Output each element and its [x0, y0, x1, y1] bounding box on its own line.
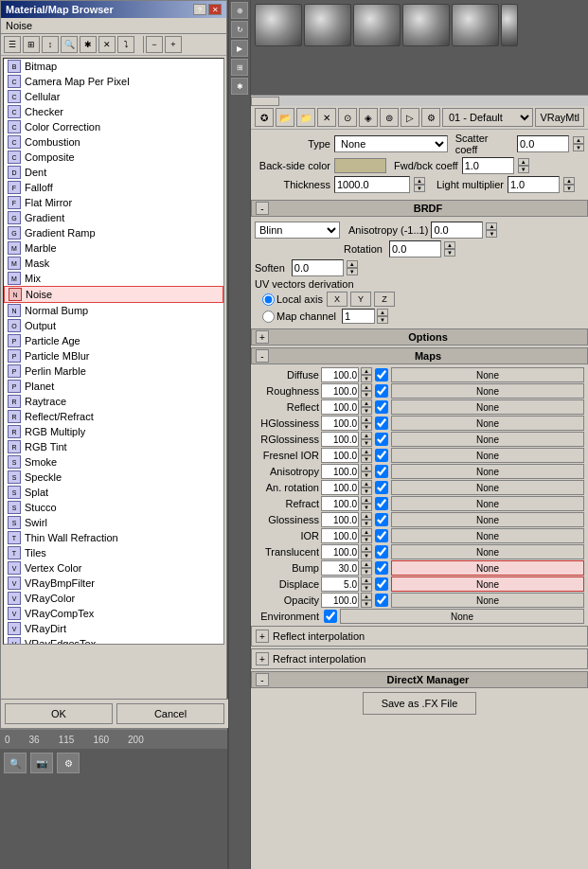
browser-item-particle-age[interactable]: PParticle Age [4, 333, 223, 348]
browser-item-falloff[interactable]: FFalloff [4, 180, 223, 195]
brdf-header[interactable]: - BRDF [251, 200, 588, 217]
map-spin-up-11[interactable]: ▲ [361, 544, 372, 552]
local-axis-radio[interactable] [262, 293, 275, 306]
map-check-1[interactable] [375, 384, 388, 398]
map-value-input-5[interactable] [321, 448, 359, 463]
map-check-14[interactable] [375, 594, 388, 607]
browser-item-planet[interactable]: PPlanet [4, 379, 223, 394]
texture-ball-1[interactable] [255, 4, 302, 46]
local-axis-option[interactable]: Local axis X Y Z [262, 292, 395, 307]
map-check-10[interactable] [375, 529, 388, 542]
map-none-btn-9[interactable]: None [391, 512, 584, 527]
video-btn[interactable]: ▷ [401, 108, 419, 127]
browser-item-dent[interactable]: DDent [4, 165, 223, 180]
scatter-value[interactable] [517, 135, 569, 152]
thickness-spinner[interactable]: ▲ ▼ [414, 177, 425, 192]
map-spin-up-4[interactable]: ▲ [361, 432, 372, 439]
lightmult-down[interactable]: ▼ [563, 185, 575, 192]
browser-item-smoke[interactable]: SSmoke [4, 454, 223, 470]
maps-header[interactable]: - Maps [251, 347, 588, 364]
map-spin-up-5[interactable]: ▲ [361, 448, 372, 455]
browser-item-reflect-refract[interactable]: RReflect/Refract [4, 409, 223, 424]
y-axis-btn[interactable]: Y [350, 292, 371, 307]
browser-item-marble[interactable]: MMarble [4, 240, 223, 256]
map-spin-down-1[interactable]: ▼ [361, 391, 372, 399]
map-none-btn-6[interactable]: None [391, 464, 584, 479]
reflect-interp-btn[interactable]: + Reflect interpolation [251, 626, 588, 647]
aniso-up[interactable]: ▲ [486, 222, 497, 230]
thickness-value[interactable] [334, 176, 410, 193]
thickness-up[interactable]: ▲ [414, 177, 425, 185]
zoom-in-button[interactable]: + [165, 36, 182, 53]
aniso-down[interactable]: ▼ [486, 230, 497, 238]
map-check-6[interactable] [375, 465, 388, 478]
map-none-btn-8[interactable]: None [391, 496, 584, 511]
map-value-input-8[interactable] [321, 496, 359, 511]
browser-item-splat[interactable]: SSplat [4, 485, 223, 500]
rot-down[interactable]: ▼ [444, 249, 455, 257]
browser-item-tiles[interactable]: TTiles [4, 545, 223, 560]
timeline-icon-btn[interactable]: 🔍 [4, 753, 27, 773]
lightmult-up[interactable]: ▲ [563, 177, 575, 185]
browser-item-camera-map-per-pixel[interactable]: CCamera Map Per Pixel [4, 74, 223, 89]
map-none-btn-0[interactable]: None [391, 367, 584, 382]
map-check-4[interactable] [375, 433, 388, 446]
map-spin-up-1[interactable]: ▲ [361, 383, 372, 391]
browser-item-vraydirt[interactable]: VVRayDirt [4, 621, 223, 636]
cancel-button[interactable]: Cancel [116, 703, 224, 724]
timeline-cam-btn[interactable]: 📷 [30, 753, 53, 773]
lightmult-spinner[interactable]: ▲ ▼ [563, 177, 575, 192]
map-spin-down-11[interactable]: ▼ [361, 552, 372, 559]
map-spin-down-5[interactable]: ▼ [361, 455, 372, 463]
list-view-button[interactable]: ☰ [4, 36, 21, 53]
material-preset-select[interactable]: 01 - Default [442, 108, 533, 127]
map-value-input-10[interactable] [321, 528, 359, 543]
browser-item-mix[interactable]: MMix [4, 271, 223, 286]
map-none-btn-3[interactable]: None [391, 416, 584, 431]
browser-item-normal-bump[interactable]: NNormal Bump [4, 303, 223, 318]
show-map-btn[interactable]: ◈ [359, 108, 378, 127]
put-material-btn[interactable]: 📁 [296, 108, 315, 127]
browser-item-stucco[interactable]: SStucco [4, 500, 223, 515]
map-spin-down-7[interactable]: ▼ [361, 488, 372, 495]
map-value-input-14[interactable] [321, 593, 359, 608]
scatter-spinner[interactable]: ▲ ▼ [573, 136, 584, 151]
map-value-input-9[interactable] [321, 512, 359, 527]
browser-item-rgb-tint[interactable]: RRGB Tint [4, 439, 223, 454]
browser-item-vraycolor[interactable]: VVRayColor [4, 591, 223, 606]
map-spin-down-3[interactable]: ▼ [361, 423, 372, 431]
map-spin-down-14[interactable]: ▼ [361, 600, 372, 608]
browser-item-vraycomptex[interactable]: VVRayCompTex [4, 606, 223, 621]
reset-btn[interactable]: ✕ [317, 108, 336, 127]
map-none-btn-15[interactable]: None [340, 609, 584, 624]
anisotropy-spinner[interactable]: ▲ ▼ [486, 222, 497, 238]
grid-view-button[interactable]: ⊞ [23, 36, 40, 53]
soften-value[interactable] [292, 259, 344, 276]
options-toggle[interactable]: + [256, 330, 269, 344]
map-check-8[interactable] [375, 497, 388, 510]
map-spin-up-9[interactable]: ▲ [361, 512, 372, 520]
browser-item-vertex-color[interactable]: VVertex Color [4, 560, 223, 576]
side-icon-4[interactable]: ⊞ [231, 59, 248, 76]
map-none-btn-13[interactable]: None [391, 576, 584, 592]
browser-item-flat-mirror[interactable]: FFlat Mirror [4, 195, 223, 210]
timeline-gear-btn[interactable]: ⚙ [57, 753, 80, 773]
map-value-input-2[interactable] [321, 399, 359, 415]
browser-item-particle-mblur[interactable]: PParticle MBlur [4, 348, 223, 364]
map-spin-up-6[interactable]: ▲ [361, 464, 372, 471]
map-none-btn-1[interactable]: None [391, 383, 584, 399]
soften-down[interactable]: ▼ [347, 268, 358, 275]
map-check-13[interactable] [375, 577, 388, 591]
map-spin-up-14[interactable]: ▲ [361, 593, 372, 600]
map-check-9[interactable] [375, 513, 388, 526]
rotation-spinner[interactable]: ▲ ▼ [444, 241, 455, 257]
map-channel-spinner[interactable]: ▲ ▼ [377, 309, 388, 324]
map-channel-option[interactable]: Map channel ▲ ▼ [262, 309, 388, 324]
close-button[interactable]: ✕ [208, 4, 222, 15]
brdf-type-select[interactable]: Blinn [255, 222, 340, 239]
map-spin-up-8[interactable]: ▲ [361, 496, 372, 504]
map-check-12[interactable] [375, 561, 388, 575]
lightmult-value[interactable] [508, 176, 560, 193]
map-spin-down-2[interactable]: ▼ [361, 407, 372, 415]
scatter-down[interactable]: ▼ [573, 144, 584, 151]
